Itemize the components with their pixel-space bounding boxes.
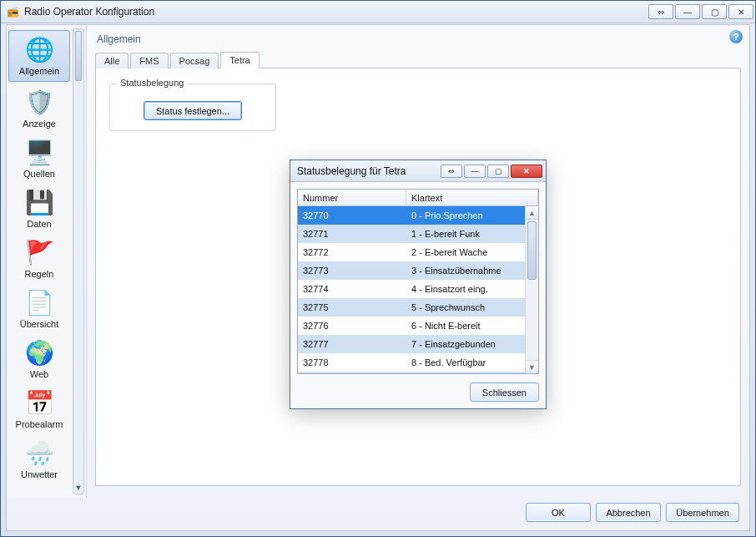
sidebar-item-label: Quellen [23, 169, 55, 179]
status-grid: Nummer Klartext 327700 - Prio.Sprechen32… [297, 189, 539, 374]
cell-nummer: 32777 [298, 339, 406, 349]
table-row[interactable]: 327755 - Sprechwunsch [298, 298, 525, 317]
set-status-button[interactable]: Status festlegen... [144, 101, 242, 120]
dialog-resize-button[interactable]: ⇔ [441, 165, 462, 178]
grid-rows: 327700 - Prio.Sprechen327711 - E-bereit … [298, 206, 525, 373]
table-row[interactable]: 327711 - E-bereit Funk [298, 225, 525, 243]
groupbox-statusbelegung: Statusbelegung Status festlegen... [109, 84, 276, 131]
scroll-thumb[interactable] [527, 221, 537, 280]
table-row[interactable]: 327788 - Bed. Verfügbar [298, 353, 525, 372]
sidebar-item-label: Regeln [25, 269, 54, 279]
cancel-button[interactable]: Abbrechen [596, 503, 661, 522]
cell-klartext: 3 - Einsatzübernahme [406, 266, 525, 276]
cloud-rain-icon: 🌧️ [24, 438, 54, 468]
tab-tetra[interactable]: Tetra [220, 52, 259, 68]
cell-klartext: 7 - Einsatzgebunden [406, 339, 525, 349]
dialog-title: Statusbelegung für Tetra [297, 165, 441, 177]
sidebar-item-label: Daten [27, 219, 51, 229]
close-button[interactable]: ✕ [728, 4, 753, 19]
col-nummer[interactable]: Nummer [298, 190, 406, 205]
cell-klartext: 5 - Sprechwunsch [406, 302, 525, 312]
table-row[interactable]: 327733 - Einsatzübernahme [298, 261, 525, 280]
monitor-icon: 🖥️ [24, 137, 54, 167]
grid-scrollbar[interactable]: ▲ ▼ [525, 206, 538, 373]
cell-nummer: 32775 [298, 302, 406, 312]
tabstrip: Alle FMS Pocsag Tetra [95, 50, 741, 68]
sidebar-item-anzeige[interactable]: 🛡️ Anzeige [7, 84, 72, 134]
cell-klartext: 2 - E-bereit Wache [406, 247, 525, 257]
dialog-maximize-button[interactable]: ▢ [487, 165, 509, 178]
document-icon: 📄 [24, 287, 54, 317]
tab-alle[interactable]: Alle [95, 53, 129, 68]
table-row[interactable]: 327766 - Nicht E-bereit [298, 317, 525, 335]
dialog-titlebar-buttons: ⇔ — ▢ ✕ [441, 165, 546, 178]
scroll-thumb[interactable] [75, 31, 82, 81]
cell-klartext: 0 - Prio.Sprechen [406, 210, 525, 220]
table-row[interactable]: 327722 - E-bereit Wache [298, 243, 525, 261]
table-row[interactable]: 327799 - Fremdanmeldung [298, 372, 525, 373]
dialog-body: Nummer Klartext 327700 - Prio.Sprechen32… [290, 182, 546, 408]
grid-body: 327700 - Prio.Sprechen327711 - E-bereit … [298, 206, 538, 373]
col-klartext[interactable]: Klartext [406, 190, 538, 205]
dialog-close-button[interactable]: ✕ [511, 165, 542, 178]
flag-icon: 🚩 [24, 237, 54, 267]
window-title: Radio Operator Konfiguration [24, 6, 647, 18]
sidebar-item-daten[interactable]: 💾 Daten [7, 184, 72, 234]
sidebar-item-probealarm[interactable]: 📅 Probealarm [7, 384, 72, 434]
scroll-up-icon[interactable]: ▲ [526, 206, 538, 220]
sidebar-item-label: Web [30, 369, 48, 379]
cell-klartext: 6 - Nicht E-bereit [406, 321, 525, 331]
sidebar-item-allgemein[interactable]: 🌐 Allgemein [8, 30, 70, 82]
cell-nummer: 32771 [298, 229, 406, 239]
sidebar-item-label: Anzeige [23, 119, 56, 129]
cell-nummer: 32776 [298, 321, 406, 331]
sidebar-item-uebersicht[interactable]: 📄 Übersicht [7, 284, 72, 334]
cell-klartext: 1 - E-bereit Funk [406, 229, 525, 239]
app-icon: 📻 [6, 5, 19, 18]
scroll-down-icon[interactable]: ▼ [75, 482, 82, 494]
cell-nummer: 32773 [298, 266, 406, 276]
tab-pocsag[interactable]: Pocsag [170, 53, 219, 68]
tab-fms[interactable]: FMS [130, 53, 168, 68]
dialog-titlebar: Statusbelegung für Tetra ⇔ — ▢ ✕ [290, 160, 546, 182]
cell-nummer: 32778 [298, 357, 406, 367]
footer-buttons: OK Abbrechen Übernehmen [7, 498, 749, 530]
table-row[interactable]: 327700 - Prio.Sprechen [298, 206, 525, 225]
cell-klartext: 8 - Bed. Verfügbar [406, 357, 525, 367]
floppy-icon: 💾 [24, 187, 54, 217]
apply-button[interactable]: Übernehmen [666, 503, 739, 522]
table-row[interactable]: 327777 - Einsatzgebunden [298, 335, 525, 353]
sidebar-item-label: Allgemein [19, 66, 59, 76]
ok-button[interactable]: OK [526, 503, 591, 522]
shield-icon: 🛡️ [24, 87, 54, 117]
cell-nummer: 32774 [298, 284, 406, 294]
section-title: Allgemein [95, 32, 741, 50]
sidebar-items: 🌐 Allgemein 🛡️ Anzeige 🖥️ Quellen 💾 Date… [7, 28, 72, 484]
calendar-icon: 📅 [24, 388, 54, 418]
maximize-button[interactable]: ▢ [702, 4, 727, 19]
sidebar-item-label: Übersicht [20, 319, 58, 329]
titlebar-buttons: ⇔ — ▢ ✕ [647, 4, 753, 19]
resize-arrows-button[interactable]: ⇔ [648, 4, 673, 19]
dialog-minimize-button[interactable]: — [464, 165, 486, 178]
cell-nummer: 32772 [298, 247, 406, 257]
grid-header: Nummer Klartext [298, 190, 538, 206]
sidebar-item-regeln[interactable]: 🚩 Regeln [7, 234, 72, 284]
minimize-button[interactable]: — [675, 4, 700, 19]
table-row[interactable]: 327744 - Einsatzort eing. [298, 280, 525, 298]
status-dialog: Statusbelegung für Tetra ⇔ — ▢ ✕ Nummer … [290, 160, 547, 409]
cell-nummer: 32770 [298, 210, 406, 220]
help-icon[interactable]: ? [729, 30, 743, 43]
sidebar-item-web[interactable]: 🌍 Web [7, 334, 72, 384]
dialog-close-action-button[interactable]: Schliessen [470, 382, 539, 402]
sidebar-item-quellen[interactable]: 🖥️ Quellen [7, 134, 72, 184]
sidebar-scrollbar[interactable]: ▲ ▼ [73, 28, 84, 494]
cell-klartext: 4 - Einsatzort eing. [406, 284, 525, 294]
earth-icon: 🌍 [24, 337, 54, 367]
scroll-down-icon[interactable]: ▼ [526, 360, 538, 373]
sidebar: 🌐 Allgemein 🛡️ Anzeige 🖥️ Quellen 💾 Date… [7, 25, 87, 498]
globe-icon: 🌐 [24, 34, 54, 64]
sidebar-item-unwetter[interactable]: 🌧️ Unwetter [7, 434, 72, 484]
dialog-actions: Schliessen [297, 374, 539, 402]
sidebar-item-label: Probealarm [16, 419, 63, 429]
